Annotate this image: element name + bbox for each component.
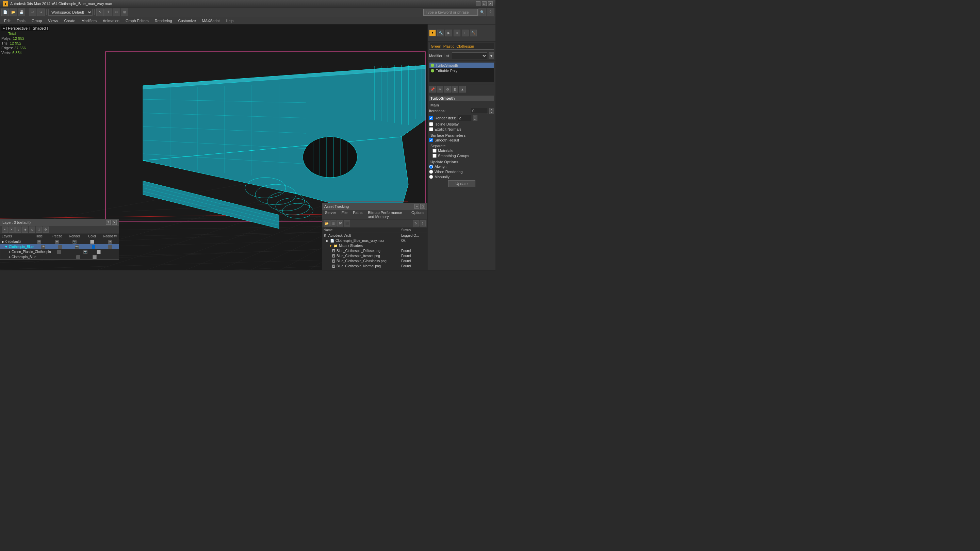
select-button[interactable]: ↖ [96,8,104,16]
help-button[interactable]: ? [487,8,494,16]
smooth-result-checkbox[interactable] [429,138,433,142]
redo-button[interactable]: ↪ [37,8,45,16]
workspace-dropdown[interactable]: Workspace: Default [48,9,92,16]
asset-menu-options[interactable]: Options [409,210,427,219]
when-rendering-radio[interactable] [429,170,433,174]
delete-icon[interactable]: 🗑 [452,86,458,92]
freeze-icon[interactable]: ❄ [55,240,59,244]
list-item[interactable]: 🖼 Blue_Clothespin_Glossiness.png Found [322,259,427,264]
list-item[interactable]: 🖼 Blue_Clothespin_Diffuse.png Found [322,248,427,253]
menu-animation[interactable]: Animation [100,17,122,24]
menu-graph-editors[interactable]: Graph Editors [123,17,151,24]
move-button[interactable]: ✛ [105,8,112,16]
asset-menu-server[interactable]: Server [322,210,339,219]
manually-radio[interactable] [429,175,433,179]
render-iters-input[interactable] [458,115,471,121]
menu-views[interactable]: Views [45,17,60,24]
new-button[interactable]: 📄 [2,8,9,16]
create-tab[interactable]: ✦ [429,30,436,37]
menu-group[interactable]: Group [29,17,45,24]
iterations-down[interactable]: ▼ [489,111,494,114]
asset-tb-btn-2[interactable]: ☰ [331,221,337,227]
color-swatch[interactable] [92,255,97,259]
color-swatch[interactable] [92,245,95,249]
menu-customize[interactable]: Customize [176,17,199,24]
asset-tb-btn-1[interactable]: 📂 [324,221,330,227]
menu-create[interactable]: Create [61,17,78,24]
layer-delete-btn[interactable]: ✕ [8,227,14,233]
asset-tb-btn-3[interactable]: 🗺 [337,221,343,227]
isoline-checkbox[interactable] [429,122,433,126]
list-item[interactable]: ◆ Green_Plastic_Clothespin 📷 [0,249,119,254]
update-button[interactable]: Update [448,180,476,187]
render-iters-down[interactable]: ▼ [473,118,477,121]
pin-icon[interactable]: 📌 [429,86,436,92]
close-button[interactable]: ✕ [488,2,493,6]
minimize-button[interactable]: – [476,2,480,6]
layer-settings-btn[interactable]: ⚙ [43,227,49,233]
iterations-up[interactable]: ▲ [489,108,494,111]
asset-tb-btn-4[interactable]: ⬛ [344,221,350,227]
configure-icon[interactable]: ⚙ [444,86,451,92]
layer-sel-btn[interactable]: ◈ [22,227,28,233]
open-button[interactable]: 📂 [10,8,17,16]
menu-edit[interactable]: Edit [2,17,13,24]
modify-tab[interactable]: 🔧 [437,30,444,37]
hierarchy-tab[interactable]: ▶ [445,30,452,37]
layer-add-sel-btn[interactable]: ↓ [15,227,21,233]
list-item[interactable]: 🖼 Blue_Clothespin_fresnel.png Found [322,253,427,259]
color-swatch[interactable] [90,240,94,244]
move-modifier-up-icon[interactable]: ▲ [459,86,466,92]
motion-tab[interactable]: ○ [453,30,460,37]
layer-new-btn[interactable]: + [2,227,8,233]
list-item[interactable]: ▼ Clothespin_Blue 👁 📷 [0,244,119,249]
list-item[interactable]: 🖼 Blue_Clothespin_Normal.png Found [322,264,427,269]
render-icon[interactable]: 📷 [83,250,88,254]
asset-tb-help[interactable]: ? [420,221,426,227]
menu-modifiers[interactable]: Modifiers [79,17,99,24]
menu-maxscript[interactable]: MAXScript [199,17,223,24]
list-item[interactable]: ▶ 📄 Clothespin_Blue_max_vray.max Ok [322,238,427,243]
iterations-input[interactable] [471,108,488,114]
layer-panel-close[interactable]: ✕ [112,220,117,225]
menu-tools[interactable]: Tools [14,17,28,24]
scale-button[interactable]: ⊞ [121,8,128,16]
list-item[interactable]: ▼ 📁 Maps / Shaders [322,243,427,248]
hide-icon[interactable]: 👁 [41,245,45,249]
list-item[interactable]: ▶ 0 (default) 👁 ❄ 📷 [0,239,119,244]
hide-icon[interactable] [57,250,61,254]
freeze-icon[interactable] [58,245,62,249]
menu-rendering[interactable]: Rendering [152,17,175,24]
radiosity-icon[interactable]: ☀ [108,240,112,244]
render-iters-checkbox[interactable] [429,116,433,120]
layer-info-btn[interactable]: ℹ [36,227,42,233]
display-tab[interactable]: □ [462,30,469,37]
menu-help[interactable]: Help [223,17,237,24]
asset-menu-file[interactable]: File [339,210,350,219]
modifier-list-arrow[interactable]: ▼ [488,52,494,59]
search-icon[interactable]: 🔍 [479,8,486,16]
edit-icon[interactable]: ✏ [437,86,443,92]
undo-button[interactable]: ↩ [29,8,37,16]
utilities-tab[interactable]: 🔨 [470,30,477,37]
layer-hl-btn[interactable]: ◇ [29,227,35,233]
materials-checkbox[interactable] [433,149,437,153]
list-item[interactable]: ◆ Clothespin_Blue [0,254,119,259]
color-swatch[interactable] [97,250,101,254]
render-iters-up[interactable]: ▲ [473,115,477,118]
render-icon[interactable] [76,255,80,259]
asset-tb-refresh[interactable]: ↻ [413,221,419,227]
always-radio[interactable] [429,165,433,169]
asset-menu-paths[interactable]: Paths [350,210,365,219]
layer-panel-question[interactable]: ? [106,220,111,225]
asset-minimize-btn[interactable]: – [414,204,419,209]
asset-menu-bitmap[interactable]: Bitmap Performance and Memory [365,210,409,219]
radiosity-icon[interactable] [108,245,112,249]
rotate-button[interactable]: ↻ [113,8,120,16]
asset-restore-btn[interactable]: □ [420,204,425,209]
smoothing-groups-checkbox[interactable] [433,154,437,158]
save-button[interactable]: 💾 [18,8,25,16]
render-icon[interactable]: 📷 [75,245,79,249]
render-icon[interactable]: 📷 [73,240,76,244]
modifier-list-dropdown[interactable] [452,52,487,59]
